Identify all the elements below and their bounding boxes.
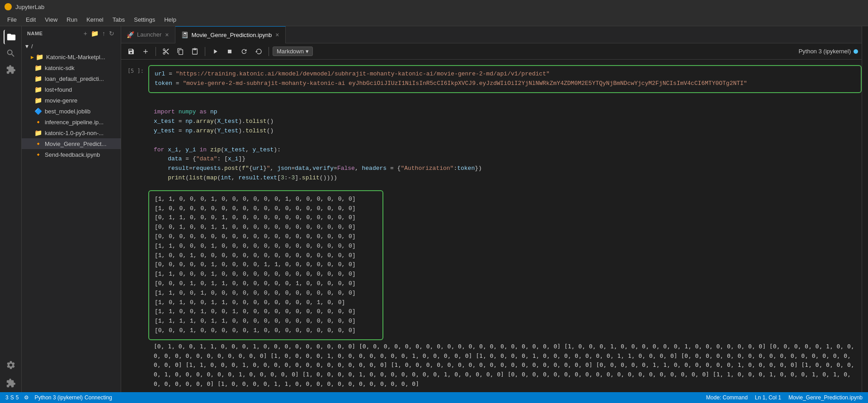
menu-tabs[interactable]: Tabs — [108, 14, 129, 26]
extended-output-cell: [0, 1, 0, 0, 1, 1, 0, 0, 0, 1, 0, 0, 0, … — [121, 342, 862, 389]
files-icon[interactable] — [4, 30, 18, 44]
code-input-cont[interactable]: import numpy as np x_test = np.array(X_t… — [148, 95, 862, 187]
tab-launcher-close[interactable]: × — [164, 31, 170, 38]
editor-area: 🚀 Launcher × 📓 Movie_Genre_Prediction.ip… — [121, 26, 862, 392]
sidebar-item-katonic-ml[interactable]: ▸ 📁 Katonic-ML-Marketpl... — [22, 52, 121, 62]
mode-text: Mode: Command — [706, 394, 748, 401]
git-icon[interactable] — [4, 62, 18, 77]
copy-button[interactable] — [174, 46, 187, 57]
tab-movie-genre-close[interactable]: × — [274, 31, 280, 38]
output-cell-content: [1, 1, 0, 0, 0, 1, 0, 0, 0, 0, 0, 0, 1, … — [148, 188, 862, 340]
code-cell-5: [5 ]: url = "https://training.katonic.ai… — [121, 65, 862, 93]
file-label: loan_default_predicti... — [45, 75, 104, 82]
folder-icon: ▾ — [25, 42, 28, 50]
statusbar-left: 3 S 5 ⚙ Python 3 (ipykernel) Connecting — [5, 394, 112, 401]
notebook-toolbar: Markdown ▾ Python 3 (ipykernel) — [121, 43, 862, 60]
file-icon: 🔷 — [34, 108, 42, 115]
sidebar-title: Name — [27, 31, 43, 36]
code-cell-continuation: import numpy as np x_test = np.array(X_t… — [121, 95, 862, 187]
sidebar-root[interactable]: ▾ / — [22, 41, 121, 52]
settings-side-icon[interactable] — [4, 358, 18, 372]
sidebar-actions: + 📁 ↑ ↻ — [83, 29, 115, 38]
filename-text: Movie_Genre_Prediction.ipynb — [788, 394, 863, 401]
sidebar-item-send-feedback[interactable]: 🔸 Send-feedback.ipynb — [22, 149, 121, 160]
cell-number-blank — [121, 95, 148, 187]
titlebar: JupyterLab — [0, 0, 868, 14]
tab-launcher-label: Launcher — [137, 31, 161, 38]
toolbar-separator-3 — [269, 47, 269, 56]
mode-indicator: Mode: Command — [706, 394, 748, 401]
restart-run-button[interactable] — [252, 46, 265, 57]
code-input-content[interactable]: url = "https://training.katonic.ai/kmode… — [149, 66, 861, 92]
menu-run[interactable]: Run — [62, 14, 82, 26]
file-label: Movie_Genre_Predict... — [45, 141, 107, 147]
sidebar-item-loan-default[interactable]: 📁 loan_default_predicti... — [22, 73, 121, 84]
run-button[interactable] — [209, 46, 222, 57]
kernel-name-label: Python 3 (ipykernel) — [798, 48, 851, 55]
app-icon — [5, 3, 12, 10]
notebook-tab-icon: 📓 — [181, 31, 189, 38]
extended-output-number — [121, 342, 148, 389]
sidebar-item-inference-pipeline[interactable]: 🔸 inference_pipeline.ip... — [22, 117, 121, 127]
menu-kernel[interactable]: Kernel — [82, 14, 108, 26]
tab-launcher[interactable]: 🚀 Launcher × — [121, 26, 175, 43]
cell-type-label: Markdown — [277, 48, 304, 55]
menu-file[interactable]: File — [3, 14, 21, 26]
tabs-bar: 🚀 Launcher × 📓 Movie_Genre_Prediction.ip… — [121, 26, 862, 43]
new-file-button[interactable]: + — [83, 29, 88, 38]
sidebar-item-movie-genre-predict[interactable]: 🔸 Movie_Genre_Predict... — [22, 138, 121, 149]
ln-col-indicator: Ln 1, Col 1 — [755, 394, 781, 401]
cut-button[interactable] — [160, 46, 172, 57]
file-tree: ▾ / ▸ 📁 Katonic-ML-Marketpl... 📁 katonic… — [22, 41, 121, 392]
extensions-icon[interactable] — [4, 376, 18, 390]
menu-edit[interactable]: Edit — [21, 14, 40, 26]
restart-button[interactable] — [238, 46, 250, 57]
menu-settings[interactable]: Settings — [129, 14, 160, 26]
code-input-cell[interactable]: url = "https://training.katonic.ai/kmode… — [148, 65, 862, 93]
notebook-icon: 🔸 — [34, 151, 42, 158]
file-label: movie-genre — [45, 97, 77, 104]
settings-status-icon[interactable]: ⚙ — [24, 394, 29, 401]
tab-movie-genre[interactable]: 📓 Movie_Genre_Prediction.ipynb × — [175, 26, 286, 43]
connecting-status: Connecting — [85, 394, 112, 401]
add-cell-button[interactable] — [139, 46, 152, 57]
statusbar: 3 S 5 ⚙ Python 3 (ipykernel) Connecting … — [0, 392, 868, 403]
settings-icon: ⚙ — [24, 394, 29, 401]
tab-movie-genre-label: Movie_Genre_Prediction.ipynb — [191, 32, 272, 38]
refresh-button[interactable]: ↻ — [108, 29, 115, 38]
output-content: [1, 1, 0, 0, 0, 1, 0, 0, 0, 0, 0, 0, 1, … — [148, 190, 383, 340]
kernel-selector[interactable]: Python 3 (ipykernel) — [798, 48, 858, 55]
notebook-icon: 🔸 — [34, 118, 42, 126]
cell-number: [5 ]: — [121, 65, 148, 93]
sidebar-item-movie-genre[interactable]: 📁 movie-genre — [22, 95, 121, 106]
folder-icon: ▸ 📁 — [31, 53, 43, 61]
sidebar-item-lost-found[interactable]: 📁 lost+found — [22, 84, 121, 95]
notebook-content: [5 ]: url = "https://training.katonic.ai… — [121, 60, 862, 392]
paste-button[interactable] — [189, 46, 201, 57]
main-layout: Name + 📁 ↑ ↻ ▾ / ▸ 📁 Katonic-ML-Marketpl… — [0, 26, 868, 392]
extended-output-content: [0, 1, 0, 0, 1, 1, 0, 0, 0, 1, 0, 0, 0, … — [148, 342, 862, 389]
file-label: best_model.joblib — [45, 108, 90, 115]
sidebar-item-katonic-1[interactable]: 📁 katonic-1.0-py3-non-... — [22, 127, 121, 138]
toolbar-separator-2 — [205, 47, 205, 56]
sidebar: Name + 📁 ↑ ↻ ▾ / ▸ 📁 Katonic-ML-Marketpl… — [22, 26, 121, 392]
kernel-status-name: Python 3 (ipykernel) — [34, 394, 83, 401]
menu-help[interactable]: Help — [160, 14, 181, 26]
stop-button[interactable] — [223, 46, 236, 57]
output-cell-5: [1, 1, 0, 0, 0, 1, 0, 0, 0, 0, 0, 0, 1, … — [121, 188, 862, 340]
new-folder-button[interactable]: 📁 — [90, 29, 99, 38]
cell-type-select[interactable]: Markdown ▾ — [273, 47, 313, 56]
folder-icon: 📁 — [34, 86, 42, 93]
kernel-status[interactable]: Python 3 (ipykernel) Connecting — [34, 394, 112, 401]
sidebar-header: Name + 📁 ↑ ↻ — [22, 26, 121, 41]
save-button[interactable] — [125, 46, 137, 57]
branch-number: 3 — [5, 394, 9, 401]
sidebar-item-katonic-sdk[interactable]: 📁 katonic-sdk — [22, 62, 121, 73]
folder-icon: 📁 — [34, 64, 42, 71]
code-cell-inner[interactable]: import numpy as np x_test = np.array(X_t… — [148, 95, 862, 187]
menu-view[interactable]: View — [40, 14, 62, 26]
sidebar-item-best-model[interactable]: 🔷 best_model.joblib — [22, 106, 121, 117]
search-icon[interactable] — [4, 46, 18, 61]
upload-button[interactable]: ↑ — [101, 29, 106, 38]
branch-info[interactable]: 3 S 5 — [5, 394, 19, 401]
